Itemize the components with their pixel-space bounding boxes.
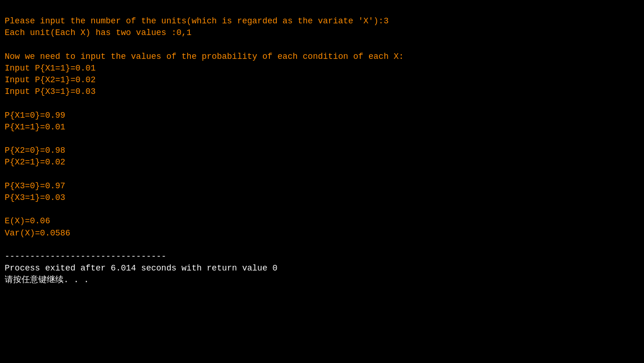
terminal-line [5, 133, 639, 145]
terminal-line: P{X1=0}=0.99 [5, 110, 639, 121]
terminal-line: -------------------------------- [5, 251, 639, 263]
terminal-line [5, 39, 639, 51]
terminal-line: P{X1=1}=0.01 [5, 121, 639, 133]
terminal-line: P{X3=0}=0.97 [5, 180, 639, 192]
terminal-line [5, 204, 639, 215]
terminal-line: Process exited after 6.014 seconds with … [5, 263, 639, 274]
terminal-line: Var(X)=0.0586 [5, 228, 639, 239]
terminal-line: Input P{X2=1}=0.02 [5, 74, 639, 86]
terminal-line [5, 169, 639, 180]
terminal-line: P{X2=0}=0.98 [5, 145, 639, 157]
terminal-line [5, 98, 639, 110]
terminal-line: Input P{X1=1}=0.01 [5, 63, 639, 74]
terminal-line: Input P{X3=1}=0.03 [5, 86, 639, 98]
terminal-line: Now we need to input the values of the p… [5, 51, 639, 63]
terminal-line: P{X3=1}=0.03 [5, 192, 639, 204]
terminal-line: E(X)=0.06 [5, 215, 639, 227]
terminal-line: Please input the number of the units(whi… [5, 15, 639, 27]
terminal-line [5, 239, 639, 251]
terminal-line: Each unit(Each X) has two values :0,1 [5, 27, 639, 39]
terminal-line: P{X2=1}=0.02 [5, 157, 639, 168]
terminal-line: 请按任意键继续. . . [5, 274, 639, 286]
terminal-output: Please input the number of the units(whi… [5, 4, 639, 286]
